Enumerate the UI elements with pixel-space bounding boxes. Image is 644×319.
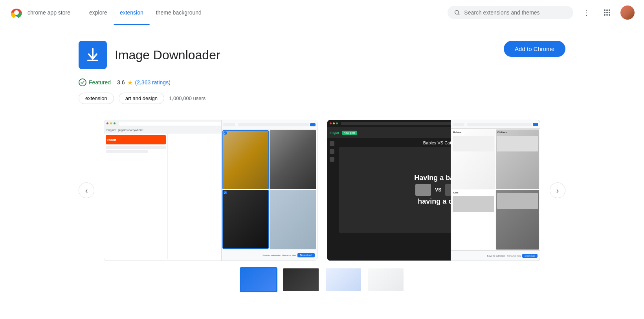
star-icon: ★ [127,79,133,86]
screenshot-next-button[interactable]: › [550,182,565,198]
search-icon [454,9,460,16]
thumbnail-1[interactable] [240,267,277,292]
google-apps-button[interactable] [600,5,614,20]
tag-extension[interactable]: extension [79,93,114,104]
extension-icon [79,41,107,69]
tags-row: extension art and design 1,000,000 users [79,93,565,104]
svg-point-2 [14,10,19,15]
thumbnail-3[interactable] [325,267,362,292]
screenshots-section: ‹ [79,120,565,292]
main-content: Image Downloader Add to Chrome Featured … [0,25,644,317]
screenshot-imgur: imgur New post [327,120,541,261]
extension-header: Image Downloader Add to Chrome [79,41,565,69]
featured-row: Featured 3.6 ★ (2,363 ratings) [79,78,565,86]
imgur-body: Babies VS Cats Having a babyVShaving a c… [327,138,540,261]
svg-line-4 [458,14,459,15]
rating-area: 3.6 ★ (2,363 ratings) [117,79,171,86]
thumbnails-row [79,267,565,292]
logo-area[interactable]: chrome app store [9,5,70,20]
users-count: 1,000,000 users [169,95,205,101]
chrome-logo-icon [9,5,24,20]
featured-check-icon [79,78,86,86]
svg-rect-5 [87,60,98,61]
main-nav: explore extension theme background [83,0,448,25]
tag-art-design[interactable]: art and design [119,93,164,104]
ratings-link[interactable]: (2,363 ratings) [135,79,171,86]
avatar[interactable] [620,5,635,20]
screenshots-display: Puppies, puppies everywhere! reddit [104,120,540,261]
extension-title: Image Downloader [115,48,220,62]
search-box[interactable] [448,6,573,19]
screenshot-prev-button[interactable]: ‹ [79,182,94,198]
thumbnail-4[interactable] [367,267,405,292]
screenshots-main: ‹ [79,120,565,261]
image-downloader-panel-reddit: ✓ ✓ [221,120,317,261]
header: chrome app store explore extension theme… [0,0,644,25]
search-input[interactable] [464,9,567,16]
reddit-left-panel: reddit [104,133,168,259]
ratings-count: 2,363 ratings [137,79,169,86]
svg-point-3 [455,10,459,14]
thumbnail-2[interactable] [282,267,320,292]
more-options-button[interactable]: ⋮ [580,5,594,20]
reddit-mock: Puppies, puppies everywhere! reddit [104,120,317,261]
store-name-label: chrome app store [28,9,70,16]
nav-extension[interactable]: extension [114,0,150,25]
nav-theme-background[interactable]: theme background [150,0,208,25]
grid-icon [604,9,610,16]
add-to-chrome-button[interactable]: Add to Chrome [504,41,565,57]
nav-explore[interactable]: explore [83,0,114,25]
image-downloader-panel-imgur: Babies Children Cats [451,120,540,261]
rating-number: 3.6 [117,79,125,86]
download-arrow-icon [83,46,102,64]
header-right: ⋮ [448,5,635,20]
featured-badge: Featured [79,78,111,86]
imgur-mock: imgur New post [327,120,540,261]
featured-label: Featured [89,79,111,86]
reddit-body: reddit [104,133,317,259]
screenshot-reddit: Puppies, puppies everywhere! reddit [104,120,317,261]
extension-title-area: Image Downloader [79,41,220,69]
